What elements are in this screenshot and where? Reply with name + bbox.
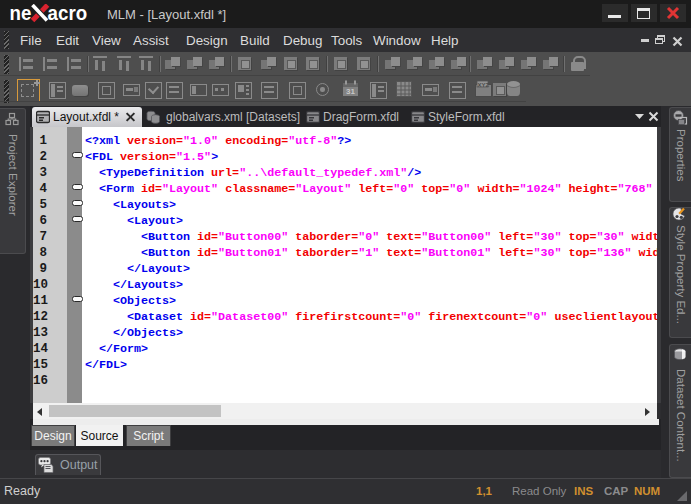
svg-text:ne: ne: [10, 4, 32, 24]
svg-text:XYZ: XYZ: [478, 82, 490, 88]
svg-text:31: 31: [346, 87, 355, 96]
svg-text:acro: acro: [48, 4, 88, 24]
